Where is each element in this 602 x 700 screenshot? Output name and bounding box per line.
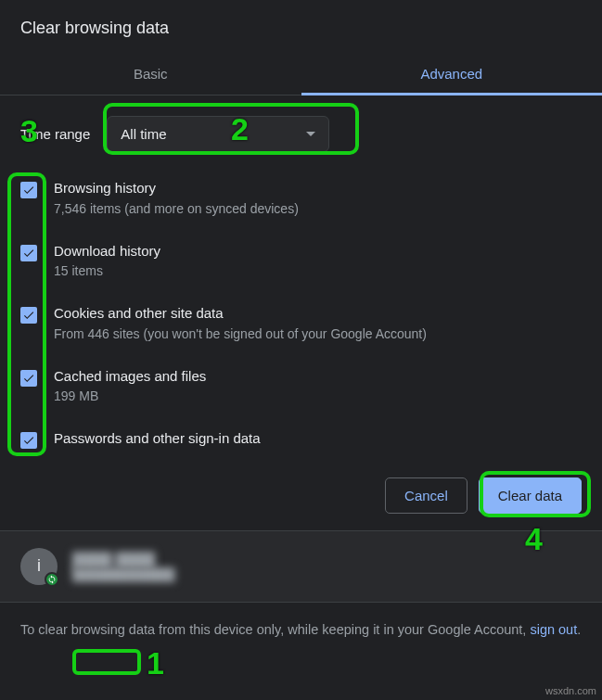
check-icon [22, 372, 35, 385]
watermark: wsxdn.com [545, 685, 596, 696]
clear-browsing-data-dialog: Clear browsing data Basic Advanced Time … [0, 0, 602, 657]
list-item: Passwords and other sign-in data [20, 417, 582, 461]
sign-out-link[interactable]: sign out [530, 622, 577, 637]
clear-data-button[interactable]: Clear data [479, 477, 582, 514]
chevron-down-icon [306, 132, 315, 136]
tab-bar: Basic Advanced [0, 53, 602, 95]
check-icon [22, 309, 35, 322]
avatar: i [20, 548, 58, 585]
item-sub: From 446 sites (you won't be signed out … [54, 325, 582, 344]
item-title: Cookies and other site data [54, 303, 582, 325]
dialog-title: Clear browsing data [0, 0, 602, 53]
cancel-button[interactable]: Cancel [385, 477, 468, 514]
profile-name: ████ ████ [72, 552, 175, 567]
item-text: Download history 15 items [54, 241, 582, 282]
list-item: Download history 15 items [20, 230, 582, 293]
profile-section: i ████ ████ ████████████ [0, 530, 602, 603]
time-range-select[interactable]: All time [107, 116, 329, 152]
tab-advanced[interactable]: Advanced [301, 53, 603, 95]
item-sub: 199 MB [54, 387, 582, 406]
sync-badge-icon [45, 572, 59, 587]
list-item: Browsing history 7,546 items (and more o… [20, 167, 582, 230]
item-text: Cached images and files 199 MB [54, 366, 582, 407]
check-icon [22, 184, 35, 197]
checkbox-passwords[interactable] [20, 432, 37, 449]
item-title: Passwords and other sign-in data [54, 428, 582, 450]
list-item: Cookies and other site data From 446 sit… [20, 292, 582, 355]
tab-basic[interactable]: Basic [0, 53, 301, 95]
checkbox-cached-files[interactable] [20, 370, 37, 387]
profile-text: ████ ████ ████████████ [72, 552, 175, 581]
item-text: Cookies and other site data From 446 sit… [54, 303, 582, 344]
time-range-label: Time range [20, 126, 90, 142]
item-title: Download history [54, 241, 582, 262]
data-type-list: Browsing history 7,546 items (and more o… [0, 161, 602, 461]
time-range-row: Time range All time [0, 95, 602, 161]
checkbox-cookies[interactable] [20, 307, 37, 324]
footer-note: To clear browsing data from this device … [0, 603, 602, 657]
check-icon [22, 247, 35, 260]
checkbox-download-history[interactable] [20, 245, 37, 261]
avatar-initial: i [37, 556, 41, 576]
time-range-value: All time [121, 126, 166, 142]
item-text: Browsing history 7,546 items (and more o… [54, 178, 582, 219]
item-title: Browsing history [54, 178, 582, 199]
footer-pre: To clear browsing data from this device … [20, 622, 530, 637]
item-text: Passwords and other sign-in data [54, 428, 582, 450]
item-sub: 15 items [54, 261, 582, 281]
item-sub: 7,546 items (and more on synced devices) [54, 199, 582, 219]
item-title: Cached images and files [54, 366, 582, 388]
profile-email: ████████████ [72, 567, 175, 581]
checkbox-browsing-history[interactable] [20, 182, 37, 198]
footer-post: . [577, 622, 581, 637]
list-item: Cached images and files 199 MB [20, 355, 582, 418]
dialog-actions: Cancel Clear data [0, 461, 602, 530]
check-icon [22, 434, 35, 447]
